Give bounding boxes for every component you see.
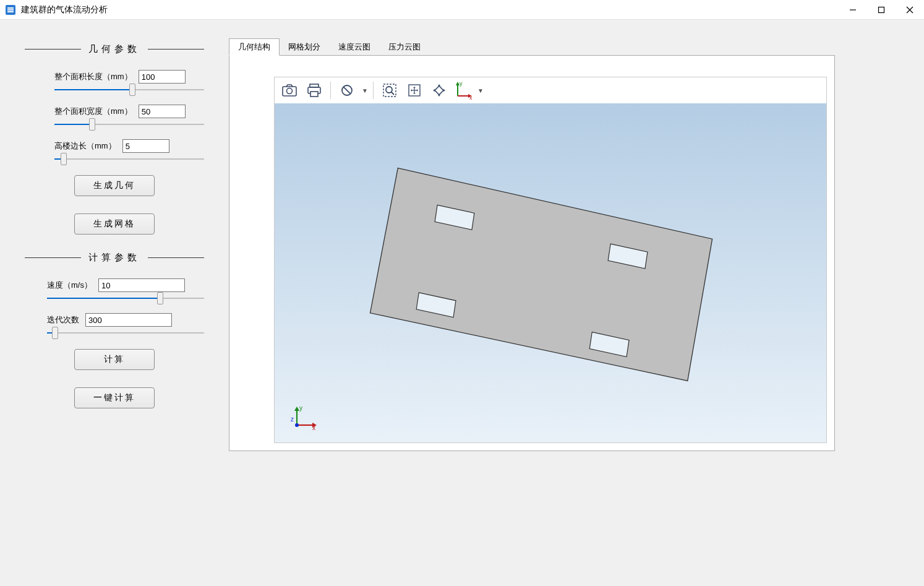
speed-input[interactable] [98,278,185,292]
viewer-toolbar: ▼ [274,77,827,104]
group-title-calc: 计算参数 [88,252,140,264]
fit-view-icon[interactable] [428,80,450,101]
tabs: 几何结构 网格划分 速度云图 压力云图 [229,38,912,56]
print-icon[interactable] [303,80,325,101]
svg-text:x: x [312,424,315,431]
window-controls [839,0,924,20]
width-slider[interactable] [54,121,204,128]
minimize-button[interactable] [839,0,867,20]
speed-label: 速度（m/s） [47,280,92,291]
svg-marker-28 [370,168,712,381]
no-symbol-icon[interactable] [336,80,358,101]
building-slider[interactable] [54,155,204,163]
generate-mesh-button[interactable]: 生成网格 [74,213,155,235]
screenshot-icon[interactable] [278,80,301,101]
width-input[interactable] [139,105,186,118]
svg-rect-5 [879,7,884,12]
svg-rect-21 [435,86,443,95]
building-label: 高楼边长（mm） [54,140,116,152]
sidebar: 几何参数 整个面积长度（mm） 整个面积宽度（mm） [12,38,216,574]
group-header-geometry: 几何参数 [25,43,204,55]
group-header-calc: 计算参数 [25,252,204,264]
viewport-3d[interactable]: x y z [274,103,827,443]
one-click-compute-button[interactable]: 一键计算 [74,387,155,408]
svg-point-37 [295,423,299,427]
dropdown-arrow-icon[interactable]: ▼ [362,87,368,94]
svg-marker-34 [294,407,299,411]
length-label: 整个面积长度（mm） [54,71,132,82]
building-input[interactable] [122,139,169,153]
length-slider[interactable] [54,86,204,93]
svg-text:y: y [460,80,463,87]
generate-geometry-button[interactable]: 生成几何 [74,175,155,196]
svg-line-17 [391,92,394,95]
tab-velocity[interactable]: 速度云图 [329,38,380,56]
compute-button[interactable]: 计算 [74,349,155,370]
svg-text:y: y [299,405,302,411]
svg-rect-2 [7,9,14,11]
tab-pressure[interactable]: 压力云图 [379,38,430,56]
svg-rect-3 [7,11,14,12]
zoom-box-icon[interactable] [379,80,401,101]
close-button[interactable] [896,0,924,20]
maximize-button[interactable] [867,0,896,20]
iter-label: 迭代次数 [47,314,79,325]
svg-rect-12 [310,92,318,97]
dropdown-arrow-icon-2[interactable]: ▼ [477,87,484,94]
speed-slider[interactable] [47,295,204,302]
app-icon [5,4,16,15]
axis-orientation-icon[interactable]: x y [453,80,474,101]
svg-text:x: x [469,95,473,101]
main-area: 几何结构 网格划分 速度云图 压力云图 ▼ [229,38,912,574]
titlebar: 建筑群的气体流动分析 [0,0,924,20]
canvas-frame: ▼ [229,55,835,451]
group-title-geometry: 几何参数 [88,43,140,55]
tab-mesh[interactable]: 网格划分 [279,38,330,56]
svg-rect-1 [7,7,14,9]
window-title: 建筑群的气体流动分析 [21,4,108,15]
pan-icon[interactable] [403,80,426,101]
iter-slider[interactable] [47,329,204,337]
width-label: 整个面积宽度（mm） [54,106,132,117]
iter-input[interactable] [85,313,172,327]
axis-triad-icon: x y z [291,404,318,431]
svg-text:z: z [291,416,294,423]
svg-line-14 [343,87,350,93]
svg-point-9 [287,88,293,94]
length-input[interactable] [139,70,186,84]
tab-geometry[interactable]: 几何结构 [229,38,280,56]
